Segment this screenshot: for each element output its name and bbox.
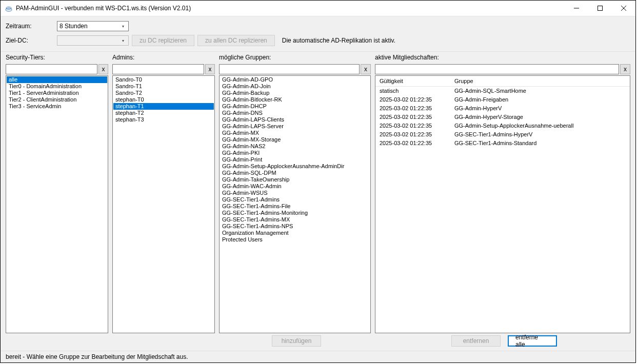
status-text: bereit - Wähle eine Gruppe zur Bearbeitu…	[6, 353, 188, 360]
list-item[interactable]: GG-Admin-Bitlocker-RK	[220, 96, 370, 103]
table-row[interactable]: 2025-03-02 01:22:35GG-Admin-Setup-Apploc…	[375, 122, 630, 130]
memberships-filter-input[interactable]	[375, 64, 619, 74]
list-item[interactable]: Tier3 - ServiceAdmin	[7, 103, 107, 110]
table-row[interactable]: 2025-03-02 01:22:35GG-Admin-Freigaben	[375, 95, 630, 104]
list-item[interactable]: GG-SEC-Tier1-Admins-File	[220, 203, 370, 210]
toolbar: Zeitraum: 8 Stunden ▾ Ziel-DC: ▾ zu DC r…	[1, 16, 635, 52]
list-item[interactable]: stephan-T1	[113, 103, 214, 110]
list-item[interactable]: GG-Admin-LAPS-Server	[220, 123, 370, 130]
col-header-validity[interactable]: Gültigkeit	[375, 76, 450, 87]
close-button[interactable]	[612, 1, 635, 16]
table-row[interactable]: 2025-03-02 01:22:35GG-SEC-Tier1-Admins-H…	[375, 130, 630, 139]
memberships-table-container[interactable]: Gültigkeit Gruppe statischGG-Admin-SQL-S…	[375, 75, 630, 333]
minimize-button[interactable]	[565, 1, 588, 16]
zieldc-label: Ziel-DC:	[6, 37, 57, 44]
window-title: PAM-AdminGUI - verbunden mit WS-DC1.ws.i…	[16, 5, 565, 12]
groups-label: mögliche Gruppen:	[219, 54, 371, 61]
groups-filter-clear-button[interactable]: x	[361, 64, 371, 74]
cell-validity: 2025-03-02 01:22:35	[375, 95, 450, 104]
col-header-group[interactable]: Gruppe	[450, 76, 630, 87]
list-item[interactable]: GG-Admin-TakeOwnership	[220, 176, 370, 183]
add-button: hinzufügen	[272, 335, 321, 347]
table-row[interactable]: 2025-03-02 01:22:35GG-Admin-HyperV	[375, 104, 630, 113]
list-item[interactable]: GG-Admin-DNS	[220, 110, 370, 116]
list-item[interactable]: Sandro-T2	[113, 90, 214, 96]
admins-filter-clear-button[interactable]: x	[205, 64, 215, 74]
tiers-filter-input[interactable]	[6, 64, 97, 74]
memberships-label: aktive Mitgliedschaften:	[375, 54, 630, 61]
zeitraum-value: 8 Stunden	[59, 23, 88, 30]
cell-validity: 2025-03-02 01:22:35	[375, 130, 450, 139]
list-item[interactable]: GG-SEC-Tier1-Admins-Monitoring	[220, 210, 370, 216]
window-buttons	[565, 1, 635, 16]
list-item[interactable]: GG-Admin-WAC-Admin	[220, 183, 370, 190]
groups-filter-input[interactable]	[219, 64, 360, 74]
admins-filter-input[interactable]	[112, 64, 204, 74]
tiers-listbox[interactable]: alleTier0 - DomainAdministrationTier1 - …	[6, 75, 108, 333]
cell-group: GG-Admin-Freigaben	[450, 95, 630, 104]
tiers-filter-clear-button[interactable]: x	[98, 64, 108, 74]
list-item[interactable]: GG-SEC-Tier1-Admins	[220, 196, 370, 203]
list-item[interactable]: GG-Admin-Setup-ApplockerAusnahme-AdminDi…	[220, 163, 370, 170]
app-window: PAM-AdminGUI - verbunden mit WS-DC1.ws.i…	[0, 0, 636, 363]
list-item[interactable]: GG-Admin-MX-Storage	[220, 136, 370, 143]
cell-validity: 2025-03-02 01:22:35	[375, 122, 450, 130]
list-item[interactable]: stephan-T3	[113, 116, 214, 123]
maximize-button[interactable]	[588, 1, 612, 16]
list-item[interactable]: GG-Admin-WSUS	[220, 190, 370, 196]
list-item[interactable]: GG-Admin-SQL-DPM	[220, 170, 370, 176]
zeitraum-combo[interactable]: 8 Stunden ▾	[57, 21, 129, 31]
remove-all-button[interactable]: entferne alle	[508, 335, 557, 347]
body-area: Security-Tiers: x alleTier0 - DomainAdmi…	[1, 52, 635, 351]
list-item[interactable]: GG-Admin-DHCP	[220, 103, 370, 110]
list-item[interactable]: Tier2 - ClientAdministration	[7, 96, 107, 103]
zieldc-combo: ▾	[57, 35, 129, 46]
cell-validity: 2025-03-02 01:22:35	[375, 139, 450, 148]
columns-container: Security-Tiers: x alleTier0 - DomainAdmi…	[6, 54, 630, 349]
table-row[interactable]: 2025-03-02 01:22:35GG-SEC-Tier1-Admins-S…	[375, 139, 630, 148]
app-icon	[5, 4, 13, 12]
chevron-down-icon: ▾	[119, 37, 127, 44]
zeitraum-label: Zeitraum:	[6, 23, 57, 30]
list-item[interactable]: GG-Admin-MX	[220, 130, 370, 136]
list-item[interactable]: GG-Admin-Backup	[220, 90, 370, 96]
list-item[interactable]: GG-Admin-PKI	[220, 150, 370, 156]
tiers-label: Security-Tiers:	[6, 54, 108, 61]
column-admins: Admins: x Sandro-T0Sandro-T1Sandro-T2ste…	[112, 54, 215, 349]
titlebar: PAM-AdminGUI - verbunden mit WS-DC1.ws.i…	[1, 1, 635, 16]
table-row[interactable]: statischGG-Admin-SQL-SmartHome	[375, 87, 630, 96]
replicate-all-button: zu allen DC replizieren	[197, 35, 275, 46]
list-item[interactable]: GG-Admin-NAS2	[220, 143, 370, 150]
list-item[interactable]: Protected Users	[220, 236, 370, 243]
remove-button: entfernen	[451, 335, 501, 347]
cell-validity: statisch	[375, 87, 450, 96]
list-item[interactable]: GG-SEC-Tier1-Admins-MX	[220, 216, 370, 223]
list-item[interactable]: GG-Admin-AD-GPO	[220, 76, 370, 83]
table-row[interactable]: 2025-03-02 01:22:35GG-Admin-HyperV-Stora…	[375, 113, 630, 122]
cell-validity: 2025-03-02 01:22:35	[375, 104, 450, 113]
memberships-filter-clear-button[interactable]: x	[620, 64, 630, 74]
list-item[interactable]: Tier1 - ServerAdministration	[7, 90, 107, 96]
replicate-button: zu DC replizieren	[132, 35, 194, 46]
list-item[interactable]: GG-Admin-AD-Join	[220, 83, 370, 90]
list-item[interactable]: Tier0 - DomainAdministration	[7, 83, 107, 90]
list-item[interactable]: alle	[7, 76, 107, 83]
list-item[interactable]: Sandro-T1	[113, 83, 214, 90]
cell-validity: 2025-03-02 01:22:35	[375, 113, 450, 122]
cell-group: GG-SEC-Tier1-Admins-HyperV	[450, 130, 630, 139]
groups-listbox[interactable]: GG-Admin-AD-GPOGG-Admin-AD-JoinGG-Admin-…	[219, 75, 371, 333]
column-tiers: Security-Tiers: x alleTier0 - DomainAdmi…	[6, 54, 108, 349]
cell-group: GG-Admin-SQL-SmartHome	[450, 87, 630, 96]
list-item[interactable]: Sandro-T0	[113, 76, 214, 83]
chevron-down-icon: ▾	[119, 23, 127, 30]
svg-rect-3	[598, 6, 603, 11]
cell-group: GG-Admin-HyperV-Storage	[450, 113, 630, 122]
admins-listbox[interactable]: Sandro-T0Sandro-T1Sandro-T2stephan-T0ste…	[112, 75, 215, 333]
list-item[interactable]: stephan-T0	[113, 96, 214, 103]
column-memberships: aktive Mitgliedschaften: x Gültigkeit Gr…	[375, 54, 630, 349]
list-item[interactable]: GG-Admin-Print	[220, 156, 370, 163]
list-item[interactable]: Organization Management	[220, 230, 370, 236]
list-item[interactable]: GG-SEC-Tier1-Admins-NPS	[220, 223, 370, 230]
list-item[interactable]: GG-Admin-LAPS-Clients	[220, 116, 370, 123]
list-item[interactable]: stephan-T2	[113, 110, 214, 116]
